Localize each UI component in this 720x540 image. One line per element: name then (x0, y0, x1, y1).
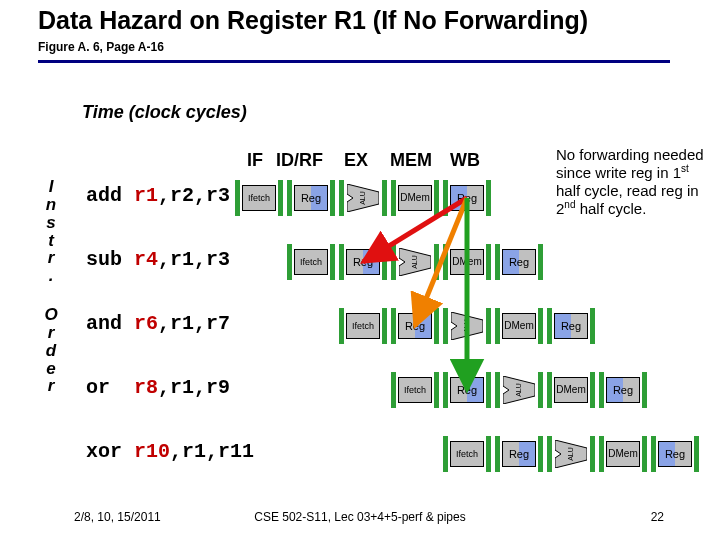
stage-if-icon: Ifetch (346, 313, 380, 339)
clock-cell: Reg (598, 372, 648, 408)
clock-cell: Reg (286, 180, 336, 216)
stage-reg-icon: Reg (658, 441, 692, 467)
pipeline-row: IfetchRegALUDMemReg (338, 308, 598, 344)
clock-cell: DMem (546, 372, 596, 408)
instruction-3: and r6,r1,r7 (86, 312, 230, 335)
stage-dmem-icon: DMem (554, 377, 588, 403)
clock-cell: Ifetch (286, 244, 336, 280)
stage-alu-icon: ALU (399, 248, 431, 276)
clock-cell: Reg (338, 244, 388, 280)
stage-header-wb: WB (450, 150, 480, 171)
annotation-text: No forwarding needed since write reg in … (556, 146, 714, 217)
instruction-4: or r8,r1,r9 (86, 376, 230, 399)
stage-reg-icon: Reg (502, 249, 536, 275)
stage-alu-icon: ALU (347, 184, 379, 212)
figure-ref: Figure A. 6, Page A-16 (38, 40, 164, 54)
stage-dmem-icon: DMem (606, 441, 640, 467)
page-title: Data Hazard on Register R1 (If No Forwar… (38, 6, 588, 35)
stage-header-ex: EX (344, 150, 368, 171)
stage-if-icon: Ifetch (398, 377, 432, 403)
clock-cell: Ifetch (234, 180, 284, 216)
clock-cell: Reg (546, 308, 596, 344)
stage-reg-icon: Reg (450, 185, 484, 211)
stage-reg-icon: Reg (398, 313, 432, 339)
stage-dmem-icon: DMem (398, 185, 432, 211)
stage-reg-icon: Reg (606, 377, 640, 403)
footer-slidenum: 22 (651, 510, 664, 524)
clock-cell: Ifetch (442, 436, 492, 472)
clock-cell: ALU (546, 436, 596, 472)
footer-course: CSE 502-S11, Lec 03+4+5-perf & pipes (0, 510, 720, 524)
clock-cell: Ifetch (338, 308, 388, 344)
clock-cell: Reg (494, 244, 544, 280)
pipeline-row: IfetchRegALUDMemReg (390, 372, 650, 408)
time-axis-label: Time (clock cycles) (82, 102, 247, 123)
clock-cell: Ifetch (390, 372, 440, 408)
clock-cell: Reg (494, 436, 544, 472)
title-underline (38, 60, 670, 63)
clock-cell: Reg (442, 372, 492, 408)
clock-cell: DMem (442, 244, 492, 280)
clock-cell: Reg (442, 180, 492, 216)
pipeline-row: IfetchRegALUDMemReg (234, 180, 494, 216)
stage-dmem-icon: DMem (450, 249, 484, 275)
instruction-5: xor r10,r1,r11 (86, 440, 254, 463)
stage-if-icon: Ifetch (450, 441, 484, 467)
side-label-instr: Instr. (44, 178, 58, 285)
clock-cell: ALU (494, 372, 544, 408)
clock-cell: Reg (650, 436, 700, 472)
stage-header-mem: MEM (390, 150, 432, 171)
pipeline-row: IfetchRegALUDMemReg (286, 244, 546, 280)
instruction-1: add r1,r2,r3 (86, 184, 230, 207)
stage-alu-icon: ALU (451, 312, 483, 340)
clock-cell: DMem (390, 180, 440, 216)
stage-if-icon: Ifetch (294, 249, 328, 275)
stage-alu-icon: ALU (503, 376, 535, 404)
stage-if-icon: Ifetch (242, 185, 276, 211)
stage-reg-icon: Reg (502, 441, 536, 467)
clock-cell: Reg (390, 308, 440, 344)
stage-reg-icon: Reg (450, 377, 484, 403)
clock-cell: ALU (338, 180, 388, 216)
stage-header-if: IF (247, 150, 263, 171)
instruction-2: sub r4,r1,r3 (86, 248, 230, 271)
clock-cell: ALU (390, 244, 440, 280)
stage-reg-icon: Reg (294, 185, 328, 211)
stage-alu-icon: ALU (555, 440, 587, 468)
clock-cell: ALU (442, 308, 492, 344)
stage-reg-icon: Reg (554, 313, 588, 339)
side-label-order: Order (44, 306, 58, 395)
stage-dmem-icon: DMem (502, 313, 536, 339)
title-paren: (If No Forwarding) (373, 6, 588, 34)
title-main: Data Hazard on Register R1 (38, 6, 366, 34)
clock-cell: DMem (494, 308, 544, 344)
stage-reg-icon: Reg (346, 249, 380, 275)
clock-cell: DMem (598, 436, 648, 472)
pipeline-row: IfetchRegALUDMemReg (442, 436, 702, 472)
stage-header-id: ID/RF (276, 150, 323, 171)
